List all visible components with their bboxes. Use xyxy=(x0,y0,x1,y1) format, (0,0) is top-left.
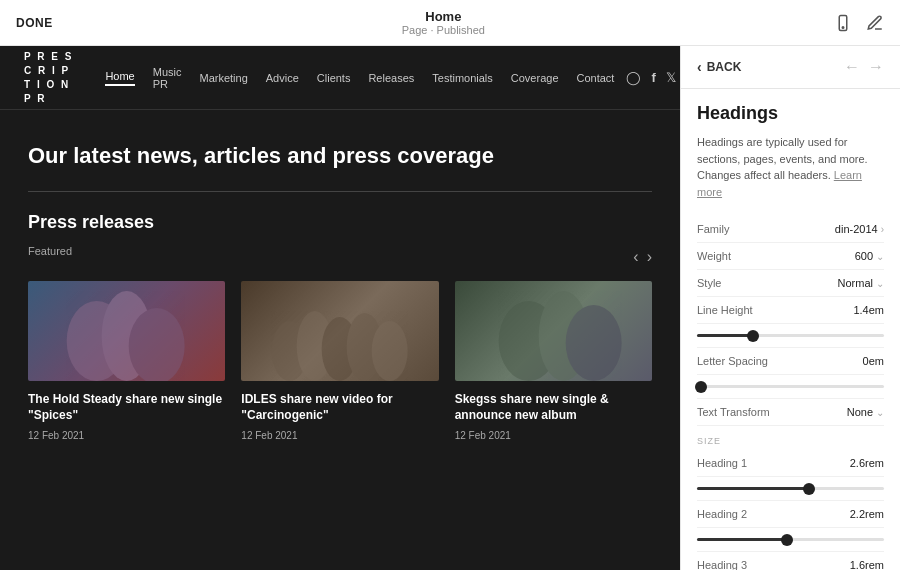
style-row: Style Normal ⌄ xyxy=(697,270,884,297)
site-logo: P R E SC R I PT I O NP R xyxy=(24,50,73,106)
site-content: Our latest news, articles and press cove… xyxy=(0,110,680,570)
card-3: Skegss share new single & announce new a… xyxy=(455,281,652,442)
heading2-slider-row xyxy=(697,528,884,552)
line-height-row: Line Height 1.4em xyxy=(697,297,884,324)
card-image-2 xyxy=(241,281,438,381)
nav-releases[interactable]: Releases xyxy=(368,72,414,84)
nav-marketing[interactable]: Marketing xyxy=(199,72,247,84)
heading2-thumb[interactable] xyxy=(781,534,793,546)
line-height-slider[interactable] xyxy=(697,334,884,337)
main-layout: P R E SC R I PT I O NP R Home Music PR M… xyxy=(0,46,900,570)
chevron-left-icon: ‹ xyxy=(697,59,702,75)
heading1-row: Heading 1 2.6rem xyxy=(697,450,884,477)
mobile-preview-button[interactable] xyxy=(834,14,852,32)
panel-description: Headings are typically used for sections… xyxy=(697,134,884,200)
social-icons: ◯ f 𝕏 in xyxy=(626,70,680,85)
facebook-icon[interactable]: f xyxy=(651,70,655,85)
heading1-value: 2.6rem xyxy=(850,457,884,469)
page-status: Page · Published xyxy=(402,24,485,36)
style-chevron: ⌄ xyxy=(876,278,884,289)
heading1-label: Heading 1 xyxy=(697,457,747,469)
card-date-3: 12 Feb 2021 xyxy=(455,430,652,441)
weight-label: Weight xyxy=(697,250,731,262)
nav-advice[interactable]: Advice xyxy=(266,72,299,84)
divider xyxy=(28,191,652,192)
panel-header: ‹ BACK ← → xyxy=(681,46,900,89)
cards-row: The Hold Steady share new single "Spices… xyxy=(28,281,652,442)
nav-clients[interactable]: Clients xyxy=(317,72,351,84)
card-date-1: 12 Feb 2021 xyxy=(28,430,225,441)
letter-spacing-slider-row xyxy=(697,375,884,399)
panel-back-arrow[interactable]: ← xyxy=(844,58,860,76)
letter-spacing-slider[interactable] xyxy=(697,385,884,388)
done-button[interactable]: DONE xyxy=(16,16,53,30)
line-height-thumb[interactable] xyxy=(747,330,759,342)
page-title: Home xyxy=(402,9,485,24)
learn-more-link[interactable]: Learn more xyxy=(697,169,862,198)
heading2-value: 2.2rem xyxy=(850,508,884,520)
letter-spacing-row: Letter Spacing 0em xyxy=(697,348,884,375)
line-height-slider-row xyxy=(697,324,884,348)
letter-spacing-value: 0em xyxy=(863,355,884,367)
family-row: Family din-2014 › xyxy=(697,216,884,243)
back-button[interactable]: ‹ BACK xyxy=(697,59,741,75)
nav-links: Home Music PR Marketing Advice Clients R… xyxy=(105,66,614,90)
heading2-label: Heading 2 xyxy=(697,508,747,520)
heading1-slider[interactable] xyxy=(697,487,884,490)
family-value[interactable]: din-2014 › xyxy=(835,223,884,235)
carousel-header: Featured ‹ › xyxy=(28,245,652,269)
style-label: Style xyxy=(697,277,721,289)
card-1: The Hold Steady share new single "Spices… xyxy=(28,281,225,442)
panel-forward-arrow[interactable]: → xyxy=(868,58,884,76)
site-navigation: P R E SC R I PT I O NP R Home Music PR M… xyxy=(0,46,680,110)
carousel-next[interactable]: › xyxy=(647,248,652,266)
topbar-actions xyxy=(834,14,884,32)
featured-label: Featured xyxy=(28,245,72,257)
carousel-controls: ‹ › xyxy=(633,248,652,266)
heading3-label: Heading 3 xyxy=(697,559,747,570)
weight-chevron: ⌄ xyxy=(876,251,884,262)
svg-point-9 xyxy=(372,321,408,381)
hero-title: Our latest news, articles and press cove… xyxy=(28,142,652,171)
line-height-value: 1.4em xyxy=(853,304,884,316)
letter-spacing-label: Letter Spacing xyxy=(697,355,768,367)
svg-point-1 xyxy=(842,26,844,28)
text-transform-label: Text Transform xyxy=(697,406,770,418)
panel-title: Headings xyxy=(697,103,884,124)
weight-value[interactable]: 600 ⌄ xyxy=(855,250,884,262)
card-2: IDLES share new video for "Carcinogenic"… xyxy=(241,281,438,442)
edit-button[interactable] xyxy=(866,14,884,32)
carousel-prev[interactable]: ‹ xyxy=(633,248,638,266)
nav-music-pr[interactable]: Music PR xyxy=(153,66,182,90)
card-date-2: 12 Feb 2021 xyxy=(241,430,438,441)
nav-testimonials[interactable]: Testimonials xyxy=(432,72,493,84)
heading2-slider[interactable] xyxy=(697,538,884,541)
svg-point-4 xyxy=(129,308,185,381)
heading1-slider-row xyxy=(697,477,884,501)
svg-point-12 xyxy=(565,305,621,381)
heading1-fill xyxy=(697,487,809,490)
card-image-1 xyxy=(28,281,225,381)
twitter-icon[interactable]: 𝕏 xyxy=(666,70,676,85)
top-bar: DONE Home Page · Published xyxy=(0,0,900,46)
size-section-label: SIZE xyxy=(697,426,884,450)
nav-home[interactable]: Home xyxy=(105,70,134,86)
line-height-fill xyxy=(697,334,753,337)
panel-nav-buttons: ← → xyxy=(844,58,884,76)
text-transform-value[interactable]: None ⌄ xyxy=(847,406,884,418)
nav-coverage[interactable]: Coverage xyxy=(511,72,559,84)
press-section-title: Press releases xyxy=(28,212,652,233)
family-arrow: › xyxy=(881,224,884,235)
heading1-thumb[interactable] xyxy=(803,483,815,495)
preview-pane: P R E SC R I PT I O NP R Home Music PR M… xyxy=(0,46,680,570)
letter-spacing-thumb[interactable] xyxy=(695,381,707,393)
instagram-icon[interactable]: ◯ xyxy=(626,70,641,85)
heading2-row: Heading 2 2.2rem xyxy=(697,501,884,528)
card-image-3 xyxy=(455,281,652,381)
heading2-fill xyxy=(697,538,787,541)
text-transform-row: Text Transform None ⌄ xyxy=(697,399,884,426)
panel-body: Headings Headings are typically used for… xyxy=(681,89,900,570)
nav-contact[interactable]: Contact xyxy=(577,72,615,84)
line-height-label: Line Height xyxy=(697,304,753,316)
style-value[interactable]: Normal ⌄ xyxy=(838,277,884,289)
